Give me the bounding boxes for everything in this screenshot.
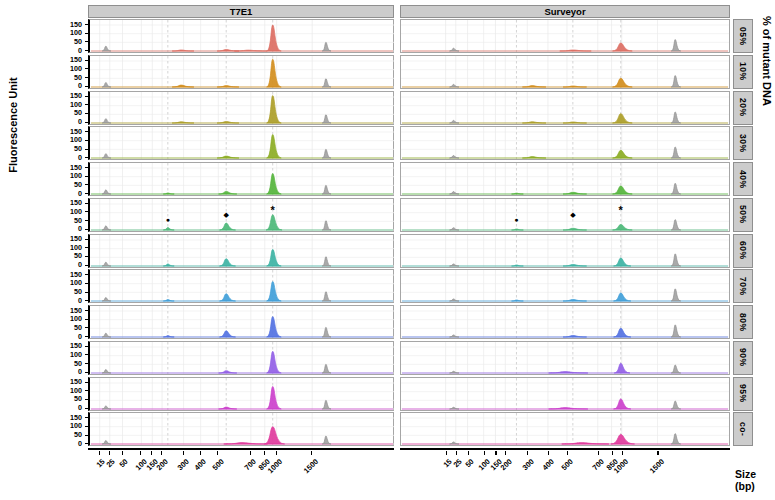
- facet-panel-surveyor-90%: [400, 341, 730, 375]
- facet-row-label: 05%: [738, 27, 748, 46]
- x-axis-line: [88, 448, 394, 450]
- size-marker-peak: [322, 185, 331, 194]
- facet-row-strip-10%: 10%: [733, 55, 753, 89]
- size-marker-peak: [671, 289, 680, 301]
- dna-fragment-peak: [512, 264, 524, 265]
- x-tick-label: 1500: [301, 457, 319, 475]
- dna-fragment-peak: [563, 86, 587, 87]
- x-tick-mark: [311, 451, 312, 455]
- x-tick-mark: [140, 451, 141, 455]
- x-tick-mark: [456, 451, 457, 455]
- y-tick-label: 50: [54, 217, 82, 224]
- y-tick-label: 50: [54, 74, 82, 81]
- facet-panel-surveyor-80%: [400, 305, 730, 339]
- y-tick-label: 50: [54, 395, 82, 402]
- facet-row-label: 50%: [738, 205, 748, 224]
- x-tick-label: 50: [118, 457, 130, 469]
- facet-panel-surveyor-70%: [400, 269, 730, 303]
- y-tick-label: 100: [54, 422, 82, 429]
- facet-panel-surveyor-60%: [400, 234, 730, 268]
- dna-fragment-peak: [267, 25, 282, 51]
- y-tick-label: 150: [54, 128, 82, 135]
- facet-row-label: 60%: [738, 241, 748, 260]
- size-marker-peak: [450, 407, 459, 409]
- x-tick-mark: [122, 451, 123, 455]
- y-tick-label: 0: [54, 82, 82, 89]
- dna-fragment-peak: [563, 228, 587, 230]
- x-tick-mark: [567, 451, 568, 455]
- x-tick-mark: [484, 451, 485, 455]
- facet-row-label: 10%: [738, 62, 748, 81]
- size-marker-peak: [671, 147, 680, 158]
- size-marker-peak: [322, 114, 331, 122]
- facet-row-strip-80%: 80%: [733, 305, 753, 339]
- x-tick-label: 500: [560, 457, 575, 472]
- facet-row-label: 80%: [738, 313, 748, 332]
- x-tick-mark: [622, 451, 623, 455]
- dna-fragment-peak: [220, 294, 236, 301]
- facet-row-label: 90%: [738, 348, 748, 367]
- dna-fragment-peak: [172, 50, 194, 51]
- y-tick-label: 100: [54, 172, 82, 179]
- facet-col-strip-surveyor: Surveyor: [400, 5, 730, 18]
- y-tick-label: 50: [54, 431, 82, 438]
- y-tick-label: 150: [54, 342, 82, 349]
- dna-fragment-peak: [219, 407, 237, 409]
- y-tick-label: 100: [54, 208, 82, 215]
- x-tick-label: 300: [176, 457, 191, 472]
- facet-row-label: 70%: [738, 277, 748, 296]
- dna-fragment-peak: [563, 121, 587, 122]
- size-marker-peak: [671, 253, 680, 265]
- dna-fragment-peak: [549, 407, 588, 408]
- dna-fragment-peak: [219, 370, 237, 372]
- facet-panel-t7e1-40%: [88, 162, 394, 196]
- size-marker-peak: [322, 78, 331, 86]
- y-tick-label: 0: [54, 118, 82, 125]
- x-tick-mark: [468, 451, 469, 455]
- facet-row-strip-30%: 30%: [733, 126, 753, 160]
- y-tick-label: 150: [54, 164, 82, 171]
- facet-panel-t7e1-60%: [88, 234, 394, 268]
- size-marker-peak: [671, 111, 680, 122]
- facet-panel-t7e1-50%: ●◆*: [88, 198, 394, 232]
- y-tick-label: 0: [54, 225, 82, 232]
- x-tick-mark: [217, 451, 218, 455]
- facet-row-strip-90%: 90%: [733, 341, 753, 375]
- facet-panel-t7e1-co-: [88, 412, 394, 446]
- facet-row-label: 30%: [738, 134, 748, 153]
- right-axis-title: % of mutant DNA: [761, 16, 773, 106]
- size-marker-peak: [450, 263, 459, 265]
- dna-fragment-peak: [220, 258, 236, 265]
- dna-fragment-peak: [217, 85, 239, 86]
- x-tick-mark: [161, 451, 162, 455]
- x-tick-mark: [527, 451, 528, 455]
- facet-row-strip-co-: co-: [733, 412, 753, 446]
- dna-fragment-peak: [614, 258, 631, 266]
- x-tick-label: 400: [193, 457, 208, 472]
- dna-fragment-peak: [560, 50, 591, 51]
- dna-fragment-peak: [563, 335, 587, 337]
- dna-fragment-peak: [267, 59, 282, 87]
- x-tick-mark: [657, 451, 658, 455]
- x-tick-label: 400: [541, 457, 556, 472]
- x-tick-mark: [109, 451, 110, 455]
- facet-panel-t7e1-20%: [88, 91, 394, 125]
- dna-fragment-peak: [522, 157, 546, 158]
- x-tick-mark: [264, 451, 265, 455]
- facet-panel-t7e1-30%: [88, 126, 394, 160]
- dna-fragment-peak: [267, 386, 282, 409]
- y-tick-label: 100: [54, 244, 82, 251]
- x-axis-title: Size (bp): [735, 468, 775, 492]
- peak-annotation-symbol: ◆: [570, 210, 576, 217]
- y-tick-label: 100: [54, 29, 82, 36]
- x-tick-mark: [495, 451, 496, 455]
- y-tick-label: 0: [54, 404, 82, 411]
- size-marker-peak: [671, 40, 680, 51]
- y-tick-label: 0: [54, 333, 82, 340]
- dna-fragment-peak: [266, 214, 282, 229]
- size-marker-peak: [322, 364, 331, 373]
- size-marker-peak: [450, 299, 459, 301]
- facet-panel-t7e1-70%: [88, 269, 394, 303]
- y-tick-label: 150: [54, 92, 82, 99]
- facet-panel-surveyor-co-: [400, 412, 730, 446]
